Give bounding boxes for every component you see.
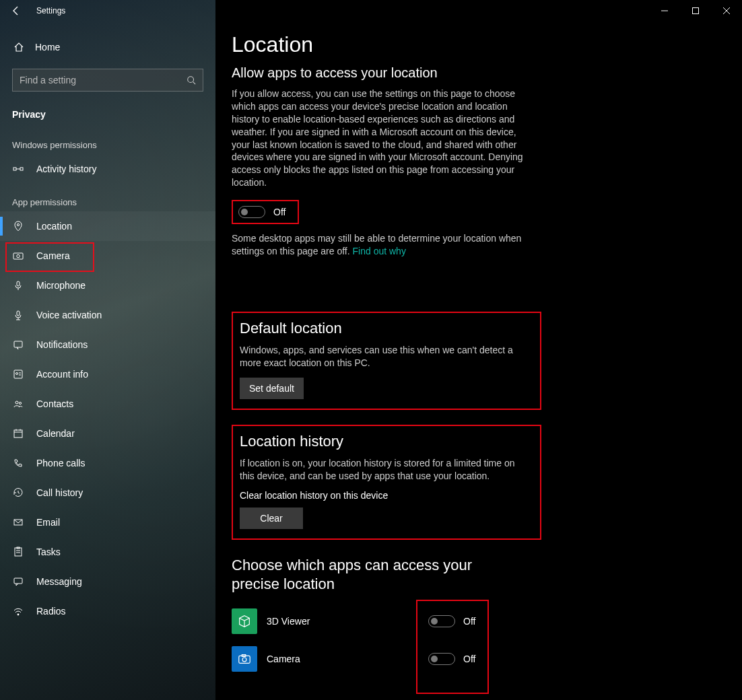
sidebar-item-label: Microphone [36, 280, 86, 291]
location-icon [12, 220, 24, 232]
email-icon [12, 516, 24, 528]
category-heading: Privacy [0, 100, 215, 127]
sidebar-item-email[interactable]: Email [0, 508, 215, 537]
radios-icon [12, 605, 24, 617]
sidebar-item-activity-history[interactable]: Activity history [0, 154, 215, 184]
location-history-section: Location history If location is on, your… [232, 425, 541, 540]
svg-rect-26 [15, 548, 22, 556]
microphone-icon [12, 279, 24, 291]
notifications-icon [12, 339, 24, 351]
sidebar-item-label: Tasks [36, 547, 61, 557]
search-input[interactable] [20, 75, 178, 85]
sidebar-item-voice-activation[interactable]: Voice activation [0, 300, 215, 330]
sidebar-item-calendar[interactable]: Calendar [0, 419, 215, 448]
sidebar-item-microphone[interactable]: Microphone [0, 271, 215, 300]
svg-point-18 [19, 402, 21, 404]
desktop-apps-note: Some desktop apps may still be able to d… [232, 232, 528, 258]
maximize-button[interactable] [680, 0, 711, 22]
contacts-icon [12, 398, 24, 410]
svg-line-24 [18, 493, 20, 493]
svg-rect-30 [14, 578, 22, 584]
sidebar-item-location[interactable]: Location [0, 211, 215, 241]
sidebar-item-radios[interactable]: Radios [0, 596, 215, 626]
titlebar: Settings [0, 0, 742, 22]
activity-history-icon [12, 163, 24, 175]
sidebar-item-camera[interactable]: Camera [0, 241, 215, 271]
home-nav[interactable]: Home [0, 32, 215, 62]
sidebar-item-phone-calls[interactable]: Phone calls [0, 448, 215, 478]
default-location-heading: Default location [240, 320, 532, 337]
svg-point-14 [16, 373, 18, 375]
svg-rect-8 [13, 253, 23, 259]
sidebar-item-label: Voice activation [36, 310, 102, 320]
svg-point-7 [17, 223, 19, 225]
svg-rect-4 [13, 168, 16, 170]
camera-app-icon [232, 646, 257, 672]
app-toggle-3d-viewer[interactable] [428, 615, 455, 627]
allow-description: If you allow access, you can use the set… [232, 88, 528, 189]
3d-viewer-icon [232, 608, 257, 634]
home-label: Home [35, 42, 60, 53]
app-row-camera: Camera Off [232, 640, 726, 678]
svg-rect-12 [14, 341, 22, 347]
app-row-3d-viewer: 3D Viewer Off [232, 602, 726, 640]
sidebar-item-contacts[interactable]: Contacts [0, 389, 215, 419]
sidebar-item-label: Account info [36, 369, 88, 380]
search-box[interactable] [12, 69, 203, 92]
sidebar-item-messaging[interactable]: Messaging [0, 567, 215, 596]
tasks-icon [12, 546, 24, 558]
allow-access-toggle-state: Off [273, 207, 285, 217]
svg-point-31 [18, 614, 20, 616]
choose-apps-heading: Choose which apps can access your precis… [232, 556, 514, 593]
svg-point-2 [188, 77, 194, 83]
page-title: Location [232, 32, 726, 57]
app-name: 3D Viewer [267, 616, 415, 627]
sidebar-item-label: Call history [36, 487, 83, 498]
sidebar-item-label: Notifications [36, 339, 88, 350]
location-history-heading: Location history [240, 433, 532, 450]
sidebar-item-label: Location [36, 221, 72, 232]
set-default-button[interactable]: Set default [240, 378, 304, 399]
allow-heading: Allow apps to access your location [232, 65, 726, 81]
sidebar-item-label: Phone calls [36, 458, 85, 468]
svg-rect-5 [20, 168, 23, 170]
phone-calls-icon [12, 457, 24, 469]
svg-rect-11 [17, 311, 20, 316]
search-icon [187, 75, 196, 85]
sidebar-item-label: Calendar [36, 428, 75, 439]
sidebar-item-account-info[interactable]: Account info [0, 359, 215, 389]
messaging-icon [12, 575, 24, 588]
voice-activation-icon [12, 309, 24, 321]
sidebar-item-label: Messaging [36, 576, 82, 587]
allow-access-toggle-row: Off [232, 200, 299, 224]
home-icon [13, 42, 24, 53]
back-button[interactable] [0, 0, 32, 22]
svg-rect-19 [14, 430, 22, 438]
find-out-why-link[interactable]: Find out why [353, 246, 406, 256]
sidebar: Home Privacy Windows permissions Activit… [0, 0, 215, 700]
clear-history-label: Clear location history on this device [240, 490, 532, 501]
default-location-section: Default location Windows, apps, and serv… [232, 312, 541, 410]
sidebar-item-tasks[interactable]: Tasks [0, 537, 215, 567]
sidebar-item-notifications[interactable]: Notifications [0, 330, 215, 359]
close-button[interactable] [711, 0, 742, 22]
window-title: Settings [32, 6, 65, 15]
account-info-icon [12, 368, 24, 380]
svg-rect-32 [239, 656, 250, 664]
svg-rect-10 [17, 281, 20, 286]
app-toggle-state: Off [463, 616, 475, 627]
calendar-icon [12, 427, 24, 440]
group-windows-permissions: Windows permissions [0, 127, 215, 154]
sidebar-item-call-history[interactable]: Call history [0, 478, 215, 508]
app-toggle-camera[interactable] [428, 653, 455, 665]
sidebar-item-label: Activity history [36, 164, 96, 174]
clear-history-button[interactable]: Clear [240, 508, 303, 529]
group-app-permissions: App permissions [0, 184, 215, 211]
svg-point-33 [242, 658, 246, 662]
location-history-desc: If location is on, your location history… [240, 457, 532, 483]
default-location-desc: Windows, apps, and services can use this… [240, 344, 532, 370]
allow-access-toggle[interactable] [238, 206, 265, 218]
sidebar-item-label: Contacts [36, 398, 73, 409]
minimize-button[interactable] [649, 0, 680, 22]
camera-icon [12, 250, 24, 262]
